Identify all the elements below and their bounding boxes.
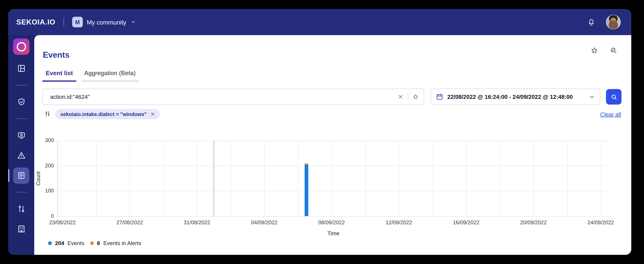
sidebar-items <box>13 58 29 239</box>
chart-gridline-x <box>399 141 399 216</box>
search-button[interactable] <box>606 89 622 104</box>
search-off-icon[interactable] <box>610 47 618 54</box>
top-navbar: SEKOIA.IO M My community <box>8 9 631 35</box>
chart-gridline-y <box>57 191 610 191</box>
page-header-actions <box>590 47 618 54</box>
sekoia-logo-ring-icon <box>16 42 26 51</box>
chart-gridline-x <box>466 141 467 216</box>
date-range-value: 22/08/2022 @ 16:24:00 - 24/09/2022 @ 12:… <box>448 94 585 100</box>
x-axis-tick-label: 16/09/2022 <box>442 219 491 226</box>
chart-gridline-x <box>130 141 130 216</box>
x-axis-tick-label: 27/08/2022 <box>105 219 154 226</box>
x-axis-tick-label: 31/08/2022 <box>172 219 222 226</box>
compare-icon <box>17 205 26 213</box>
sidebar-item-building[interactable] <box>13 221 29 237</box>
chart-gridline-x <box>197 141 198 216</box>
x-axis-tick-label: 04/09/2022 <box>240 219 289 226</box>
date-range-picker[interactable]: 22/08/2022 @ 16:24:00 - 24/09/2022 @ 12:… <box>431 89 600 105</box>
layout-dashboard-icon <box>17 64 26 73</box>
remove-filter-icon[interactable] <box>150 112 155 116</box>
chart-gridline-x <box>332 141 332 216</box>
y-axis-tick-label: 100 <box>36 188 54 194</box>
search-input[interactable] <box>50 93 397 100</box>
chart-gridline-x <box>567 141 568 216</box>
x-axis-tick-label: 24/09/2022 <box>576 219 625 226</box>
legend-dot <box>48 241 52 245</box>
navbar-right <box>587 15 621 29</box>
chart-gridline-x <box>500 141 500 216</box>
x-axis-tick-label: 20/09/2022 <box>509 219 558 226</box>
y-axis-title: Count <box>35 171 42 185</box>
chart-gridline-x <box>264 141 265 216</box>
alert-triangle-icon <box>17 151 26 160</box>
month-divider-line <box>214 141 214 216</box>
legend-value: 6 <box>97 240 100 246</box>
app-window: SEKOIA.IO M My community <box>8 9 631 255</box>
sidebar-item-monitor-camera[interactable] <box>13 127 29 144</box>
clear-search-icon[interactable] <box>397 94 404 100</box>
user-avatar[interactable] <box>606 15 621 29</box>
app-body: Events Event list Aggregation (Beta) <box>8 35 631 255</box>
filter-sliders-icon[interactable] <box>44 110 51 117</box>
screen: SEKOIA.IO M My community <box>0 0 644 264</box>
chart-gridline-x <box>432 141 433 216</box>
chart-gridline-y <box>57 141 610 141</box>
event-list-icon <box>17 171 26 180</box>
tab-bar: Event list Aggregation (Beta) <box>42 68 139 82</box>
sidebar-item-compare[interactable] <box>13 201 29 217</box>
tab-event-list[interactable]: Event list <box>42 68 76 82</box>
main-content: Events Event list Aggregation (Beta) <box>34 35 631 255</box>
legend-item[interactable]: 6Events in Alerts <box>90 240 141 246</box>
search-box-divider <box>408 93 408 101</box>
y-axis-tick-label: 200 <box>36 162 54 169</box>
community-name: My community <box>87 19 126 26</box>
favorite-star-icon[interactable] <box>590 47 598 54</box>
sidebar-item-alert-triangle[interactable] <box>13 147 29 164</box>
building-icon <box>17 225 26 233</box>
monitor-camera-icon <box>17 131 26 140</box>
bell-icon[interactable] <box>587 18 596 26</box>
x-axis-tick-label: 12/09/2022 <box>374 219 423 226</box>
chart-gridline-x <box>231 141 231 216</box>
search-box <box>42 89 424 105</box>
chart-gridline-x <box>601 141 601 216</box>
legend-label: Events <box>68 240 84 246</box>
chart-gridline-y <box>57 166 610 166</box>
sekoia-logo[interactable] <box>13 38 29 55</box>
legend-dot <box>90 241 94 245</box>
sidebar-item-shield-check[interactable] <box>13 94 29 110</box>
filter-chip-label: sekoiaio.intake.dialect = "windows" <box>60 111 147 117</box>
y-axis-tick-label: 0 <box>36 213 54 219</box>
chevron-down-icon <box>130 19 136 25</box>
chart-gridline-x <box>365 141 366 216</box>
shield-check-icon <box>17 98 26 106</box>
chart-zero-line <box>57 216 611 217</box>
chart-gridline-x <box>163 141 164 216</box>
sidebar-divider <box>16 118 27 119</box>
brand-logo[interactable]: SEKOIA.IO <box>16 18 56 27</box>
chart-gridline-x <box>96 141 96 216</box>
save-search-star-icon[interactable] <box>412 94 419 100</box>
magnifier-icon <box>610 93 617 100</box>
legend-item[interactable]: 204Events <box>48 240 84 246</box>
sidebar-item-event-list[interactable] <box>13 167 29 184</box>
clear-all-link[interactable]: Clear all <box>600 111 621 118</box>
sidebar-item-layout-dashboard[interactable] <box>13 60 29 77</box>
page-title: Events <box>43 50 70 60</box>
chart-gridline-x <box>298 141 298 216</box>
sidebar <box>8 35 34 255</box>
calendar-icon <box>436 93 443 100</box>
x-axis-tick-label: 23/08/2022 <box>38 219 87 226</box>
events-in-alerts-bar[interactable] <box>304 163 308 165</box>
legend-value: 204 <box>55 240 64 246</box>
sidebar-divider <box>16 192 27 192</box>
chart-plot: Count Time 010020030023/08/202227/08/202… <box>57 141 610 216</box>
community-selector[interactable]: M My community <box>72 17 136 28</box>
y-axis-tick-label: 300 <box>36 137 54 144</box>
events-bar[interactable] <box>304 165 308 216</box>
filter-chip[interactable]: sekoiaio.intake.dialect = "windows" <box>56 109 160 119</box>
chevron-down-icon <box>589 94 595 100</box>
tab-aggregation-beta[interactable]: Aggregation (Beta) <box>81 68 139 82</box>
x-axis-tick-label: 08/09/2022 <box>307 219 356 226</box>
x-axis-title: Time <box>57 230 610 236</box>
